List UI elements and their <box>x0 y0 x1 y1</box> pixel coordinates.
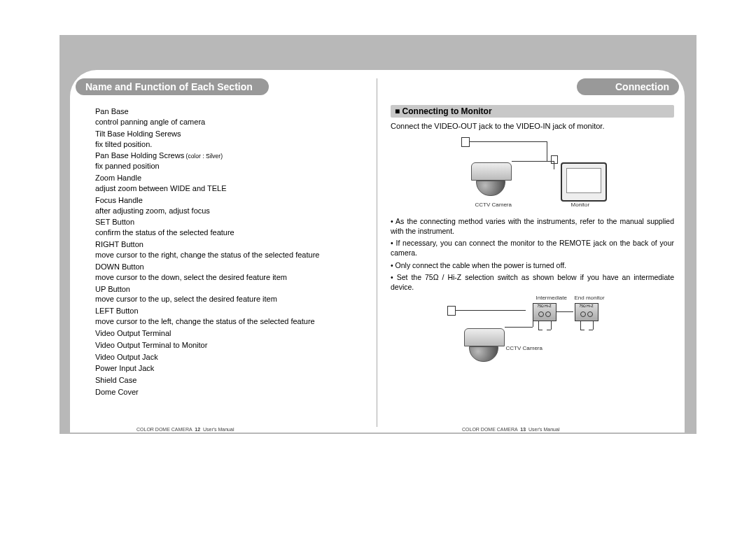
page-content: Name and Function of Each Section Connec… <box>70 70 685 433</box>
definition-desc: fix tilted position. <box>95 139 368 150</box>
left-column: Pan Basecontrol panning angle of cameraT… <box>95 105 368 398</box>
footer-page-left: 12 <box>195 427 200 432</box>
definition-desc: control panning angle of camera <box>95 117 368 127</box>
note-item: • Only connect the cable when the power … <box>391 261 674 271</box>
footer-product-r: COLOR DOME CAMERA <box>462 427 517 432</box>
definition-term: SET Button <box>95 217 368 227</box>
definition-term: Video Output Jack <box>95 352 368 363</box>
definition-term: Power Input Jack <box>95 363 368 374</box>
dome-camera-icon <box>471 162 510 196</box>
note-item: • If necessary, you can connect the moni… <box>391 239 674 258</box>
page-divider <box>377 78 377 427</box>
definition-term: RIGHT Button <box>95 239 368 250</box>
end-device-icon: 75Ω Hi-Z <box>575 303 598 321</box>
section-header-right: Connection <box>577 78 679 95</box>
definition-term: Zoom Handle <box>95 173 368 183</box>
definition-desc: move cursor to the left, change the stat… <box>95 316 368 327</box>
page-background: Name and Function of Each Section Connec… <box>59 35 696 434</box>
definition-term: DOWN Button <box>95 262 368 272</box>
label-end-monitor: End monitor <box>575 295 605 301</box>
section-header-left: Name and Function of Each Section <box>76 78 269 95</box>
monitor-icon <box>561 162 607 202</box>
definition-desc: confirm the status of the selected featu… <box>95 227 368 238</box>
definition-term: Video Output Terminal <box>95 328 368 339</box>
footer-suffix: User's Manual <box>203 427 234 432</box>
label-cctv: CCTV Camera <box>475 202 512 208</box>
note-item: • Set the 75Ω / Hi-Z selection switch as… <box>391 273 674 292</box>
section-header-left-text: Name and Function of Each Section <box>85 81 253 92</box>
subsection-header-text: Connecting to Monitor <box>402 106 492 116</box>
footer-suffix-r: User's Manual <box>528 427 560 432</box>
definition-term: Shield Case <box>95 375 368 386</box>
definition-term: Video Output Terminal to Monitor <box>95 340 368 351</box>
plug-icon <box>447 306 456 316</box>
right-column: Connecting to Monitor Connect the VIDEO-… <box>391 105 674 372</box>
notes-list: • As the connecting method varies with t… <box>391 217 674 292</box>
footer-page-right: 13 <box>520 427 526 432</box>
diagram-monitor-connection: CCTV Camera Monitor <box>442 134 624 211</box>
definition-term: Pan Base Holding Screws (color : Silver) <box>95 150 368 161</box>
definition-term: Dome Cover <box>95 387 368 398</box>
intermediate-device-icon: 75Ω Hi-Z <box>533 303 556 321</box>
definition-term: Pan Base <box>95 106 368 117</box>
note-item: • As the connecting method varies with t… <box>391 217 674 236</box>
label-monitor: Monitor <box>571 202 590 208</box>
label-intermediate: Intermediate <box>536 295 567 301</box>
plug-icon <box>461 137 470 147</box>
definition-desc: move cursor to the down, select the desi… <box>95 272 368 283</box>
definition-desc: fix panned position <box>95 161 368 171</box>
connector-icon <box>551 155 558 164</box>
definition-term: Focus Handle <box>95 195 368 206</box>
section-header-right-text: Connection <box>615 81 669 92</box>
label-cctv-2: CCTV Camera <box>506 345 542 351</box>
definition-term: Tilt Base Holding Serews <box>95 129 368 139</box>
diagram-intermediate-device: Intermediate End monitor 75Ω Hi-Z 75Ω Hi… <box>442 295 624 372</box>
definition-desc: adjust zoom between WIDE and TELE <box>95 183 368 194</box>
footer-product: COLOR DOME CAMERA <box>136 427 192 432</box>
subsection-header: Connecting to Monitor <box>391 105 674 118</box>
dome-camera-icon <box>464 328 503 362</box>
definition-desc: after adjusting zoom, adjust focus <box>95 206 368 216</box>
definition-term: LEFT Button <box>95 306 368 316</box>
definition-term: UP Button <box>95 284 368 295</box>
definition-desc: move cursor to the right, change the sta… <box>95 250 368 260</box>
definition-desc: move cursor to the up, select the desire… <box>95 294 368 304</box>
intro-text: Connect the VIDEO-OUT jack to the VIDEO-… <box>391 122 674 130</box>
